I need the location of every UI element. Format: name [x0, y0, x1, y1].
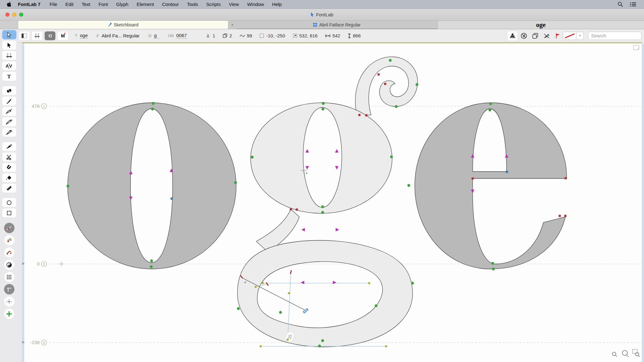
node-smooth[interactable] — [322, 108, 325, 111]
menu-contour[interactable]: Contour — [158, 2, 183, 7]
no-edit-button[interactable] — [519, 31, 529, 41]
tool-fill[interactable] — [2, 173, 16, 182]
node-corner[interactable] — [296, 209, 298, 211]
node-corner[interactable] — [565, 177, 567, 179]
menu-edit[interactable]: Edit — [61, 2, 78, 7]
spotlight-search-icon[interactable] — [614, 2, 626, 7]
tab-close-button[interactable]: × — [228, 21, 236, 29]
menu-glyph[interactable]: Glyph — [112, 2, 132, 7]
toggle-tunni[interactable] — [4, 247, 14, 258]
tool-ruler[interactable] — [2, 184, 16, 193]
menu-text[interactable]: Text — [78, 2, 95, 7]
node-smooth[interactable] — [411, 282, 414, 285]
node-smooth[interactable] — [151, 108, 154, 111]
node-corner[interactable] — [559, 215, 561, 217]
node-blue[interactable] — [171, 198, 173, 200]
stamp-tool-button[interactable] — [508, 31, 518, 41]
node-smooth[interactable] — [390, 156, 393, 158]
tool-ink-pen[interactable] — [2, 117, 16, 126]
unicode-field-value[interactable]: 0067 — [176, 33, 187, 39]
menu-window[interactable]: Window — [243, 2, 268, 7]
node-corner[interactable] — [384, 83, 386, 85]
tool-magnet[interactable] — [2, 163, 16, 172]
toolbar-search-input[interactable] — [588, 32, 641, 40]
toggle-coordinates[interactable]: 28596 — [4, 235, 14, 245]
node-smooth[interactable] — [389, 59, 392, 62]
node-corner[interactable] — [358, 114, 361, 116]
left-ruler-strip[interactable] — [22, 43, 24, 362]
node-smooth[interactable] — [67, 185, 69, 188]
apple-menu[interactable] — [4, 2, 14, 7]
close-window-button[interactable] — [5, 13, 9, 17]
swatch-dropdown-button[interactable]: ▼ — [577, 32, 584, 40]
zoom-window-button[interactable] — [19, 13, 23, 17]
node-smooth[interactable] — [150, 260, 153, 262]
right-scroll-strip[interactable] — [642, 43, 644, 362]
tool-scissors[interactable] — [2, 152, 16, 162]
menu-tools[interactable]: Tools — [183, 2, 202, 7]
node-smooth[interactable] — [279, 311, 282, 314]
note-icon[interactable] — [634, 45, 639, 50]
menu-help[interactable]: Help — [268, 2, 286, 7]
node-smooth[interactable] — [318, 345, 321, 348]
node-smooth[interactable] — [322, 102, 325, 105]
menu-fontlab[interactable]: FontLab 7 — [14, 2, 46, 7]
node-smooth[interactable] — [375, 304, 378, 307]
toggle-fill-preview[interactable] — [4, 260, 14, 270]
duplicate-button[interactable] — [530, 31, 540, 41]
node-smooth[interactable] — [152, 102, 155, 105]
flag-button[interactable] — [553, 31, 563, 41]
toggle-guides[interactable] — [4, 284, 14, 294]
metrics-mode-button[interactable]: M K — [58, 31, 68, 40]
tool-brush[interactable] — [2, 96, 16, 106]
node-smooth[interactable] — [492, 268, 495, 271]
node-smooth[interactable] — [489, 109, 491, 112]
minimize-window-button[interactable] — [12, 13, 16, 17]
glyph-field-value[interactable]: g — [153, 33, 160, 39]
tool-pen[interactable] — [2, 107, 16, 116]
font-field[interactable]: F Abril Fa... Regular — [97, 33, 140, 39]
menu-font[interactable]: Font — [94, 2, 112, 7]
node-smooth[interactable] — [489, 102, 492, 105]
toggle-snap[interactable] — [4, 296, 14, 307]
node-smooth[interactable] — [321, 211, 324, 214]
menu-scripts[interactable]: Scripts — [202, 2, 225, 7]
node-smooth[interactable] — [321, 339, 324, 342]
node-smooth[interactable] — [237, 307, 240, 310]
tab-sketchboard[interactable]: Sketchboard — [18, 21, 228, 29]
font-field-value[interactable]: Abril Fa... Regular — [101, 33, 140, 39]
node-blue[interactable] — [506, 171, 508, 173]
toggle-grid[interactable] — [4, 272, 14, 282]
tool-rapid[interactable] — [2, 142, 16, 151]
tool-text[interactable]: T — [2, 72, 16, 81]
node-smooth[interactable] — [395, 105, 398, 108]
tool-element-select[interactable] — [2, 41, 16, 50]
node-smooth[interactable] — [321, 206, 324, 208]
node-smooth[interactable] — [416, 83, 419, 86]
node-smooth[interactable] — [491, 262, 494, 265]
toggle-curvature[interactable] — [4, 223, 14, 233]
node-smooth[interactable] — [150, 266, 153, 268]
glyph-field[interactable]: G g — [148, 33, 160, 39]
measure-toggle-button[interactable] — [32, 31, 42, 40]
node-corner[interactable] — [290, 208, 292, 211]
tool-eraser[interactable] — [2, 86, 16, 95]
node-corner[interactable] — [564, 215, 567, 217]
tool-calligraphy-pen[interactable] — [2, 128, 16, 137]
text-field-value[interactable]: oge — [79, 33, 88, 39]
node-corner[interactable] — [472, 178, 474, 180]
tool-metrics[interactable] — [2, 51, 16, 60]
glyph-canvas[interactable]: 476x0b-238d 35 — [18, 42, 644, 362]
tab-abril-fatface[interactable]: Abril Fatface Regular — [236, 21, 438, 29]
control-list-icon[interactable] — [626, 2, 640, 7]
node-corner[interactable] — [365, 114, 368, 117]
tool-rectangle[interactable] — [2, 208, 16, 217]
stroke-color-swatch[interactable] — [563, 32, 577, 40]
unicode-field[interactable]: UN 0067 — [168, 33, 187, 39]
tool-ellipse[interactable] — [2, 198, 16, 207]
toggle-pixel-grid[interactable] — [4, 309, 14, 319]
menu-view[interactable]: View — [225, 2, 243, 7]
tool-contour-select[interactable] — [2, 30, 16, 39]
menu-file[interactable]: File — [46, 2, 61, 7]
chevrons-toggle-button[interactable] — [45, 31, 55, 40]
